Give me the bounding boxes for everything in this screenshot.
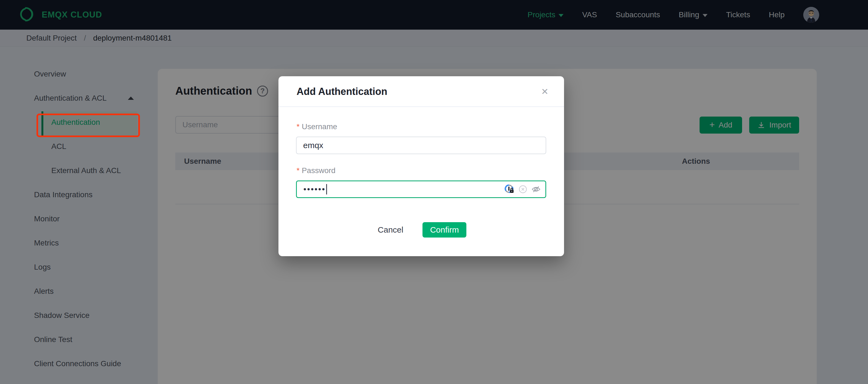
cancel-button[interactable]: Cancel xyxy=(376,225,405,235)
password-field-label: *Password xyxy=(297,166,336,175)
required-asterisk: * xyxy=(297,166,300,175)
modal-header: Add Authentication ✕ xyxy=(278,76,564,107)
confirm-button[interactable]: Confirm xyxy=(423,222,466,237)
modal-username-input[interactable]: emqx xyxy=(296,137,546,154)
password-manager-icon[interactable] xyxy=(504,184,515,194)
required-asterisk: * xyxy=(297,122,300,131)
input-caret xyxy=(326,184,327,194)
modal-username-value: emqx xyxy=(303,141,323,150)
annotation-highlight-rect xyxy=(36,114,140,137)
modal-title: Add Authentication xyxy=(297,76,388,107)
add-authentication-modal: Add Authentication ✕ *Username emqx *Pas… xyxy=(278,76,564,256)
modal-password-input[interactable]: •••••• xyxy=(296,181,546,198)
username-field-label: *Username xyxy=(297,122,337,131)
close-icon[interactable]: ✕ xyxy=(536,76,553,107)
modal-footer: Cancel Confirm xyxy=(278,222,564,237)
masked-password-value: •••••• xyxy=(303,181,326,198)
toggle-password-visibility-icon[interactable] xyxy=(531,184,541,194)
password-input-icons xyxy=(504,181,541,197)
emqx-cloud-app: EMQX CLOUD Projects VAS Subaccounts Bill… xyxy=(0,0,868,384)
clear-input-icon[interactable] xyxy=(519,185,527,194)
